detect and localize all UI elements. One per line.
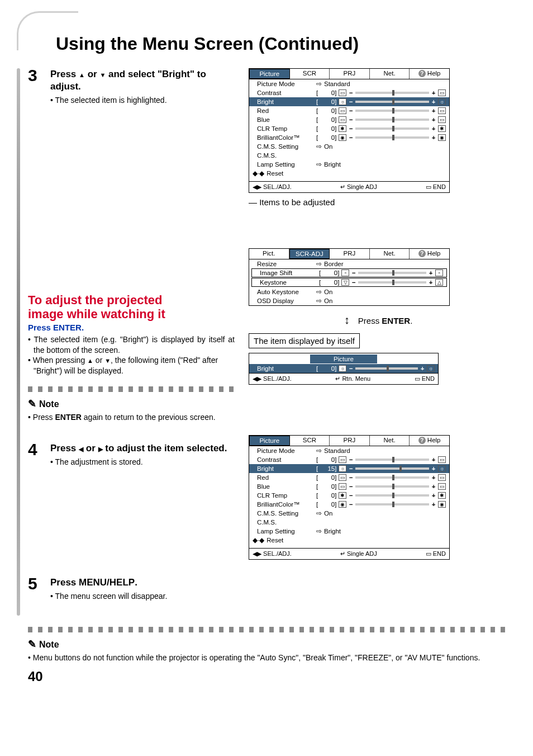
tab3-picture[interactable]: Picture bbox=[249, 436, 290, 446]
single-bright-row[interactable]: Bright [0] ☼−+☼ bbox=[249, 364, 438, 373]
num-clr_temp: 0 bbox=[318, 125, 335, 132]
bright-right-icon: ☼ bbox=[427, 365, 435, 372]
note-label-1: Note bbox=[28, 398, 235, 410]
num-blue: 0 bbox=[318, 116, 335, 123]
brilliant-left-icon: ◉ bbox=[339, 134, 346, 141]
m3-row-reset[interactable]: Reset bbox=[249, 536, 449, 545]
tab2-pict[interactable]: Pict. bbox=[249, 249, 289, 259]
tab2-help[interactable]: Help bbox=[410, 249, 449, 259]
row-lamp[interactable]: Lamp Setting Bright bbox=[249, 160, 449, 169]
down-triangle-icon bbox=[99, 69, 106, 79]
bright-left-icon: ☼ bbox=[339, 465, 346, 472]
brilliant-right-icon: ◉ bbox=[438, 501, 446, 508]
row-brilliant[interactable]: BrilliantColor™[0]◉−+◉ bbox=[249, 500, 449, 509]
row-red[interactable]: Red[0]▭−+▭ bbox=[249, 473, 449, 482]
lbl-reset: Reset bbox=[266, 170, 283, 177]
red-b2: When pressing or , the following item ("… bbox=[28, 355, 235, 376]
page-title: Using the Menu Screen (Continued) bbox=[56, 34, 505, 54]
brilliant-left-icon: ◉ bbox=[339, 501, 346, 508]
contrast-right-icon: ▭ bbox=[438, 89, 446, 96]
row-blue[interactable]: Blue[0]▭−+▭ bbox=[249, 482, 449, 491]
tab3-prj[interactable]: PRJ bbox=[330, 436, 370, 446]
lbl-red: Red bbox=[253, 474, 314, 481]
row-clr_temp[interactable]: CLR Temp[0]✱−+✱ bbox=[249, 491, 449, 500]
tab3-net[interactable]: Net. bbox=[370, 436, 410, 446]
tab2-net[interactable]: Net. bbox=[370, 249, 410, 259]
bot-end: END bbox=[426, 183, 446, 191]
row-keystone[interactable]: Keystone [0] ▽−+△ bbox=[251, 278, 447, 287]
num-bright: 15 bbox=[318, 465, 335, 472]
row-brilliant[interactable]: BrilliantColor™[0]◉−+◉ bbox=[249, 133, 449, 142]
lbl-clr_temp: CLR Temp bbox=[253, 492, 314, 499]
tab-help[interactable]: Help bbox=[410, 69, 449, 79]
row-resize[interactable]: Resize Border bbox=[249, 259, 449, 268]
s5key: MENU/HELP bbox=[79, 577, 135, 588]
down-triangle-icon2 bbox=[104, 356, 111, 365]
val-osd: On bbox=[324, 297, 332, 304]
menu-panel-2: Pict. SCR-ADJ PRJ Net. Help Resize Borde… bbox=[249, 248, 450, 306]
red-right-icon: ▭ bbox=[438, 107, 446, 114]
val-ak: On bbox=[324, 289, 332, 295]
row-picture-mode[interactable]: Picture Mode Standard bbox=[249, 79, 449, 88]
bottom-note-block: Note Menu buttons do not function while … bbox=[28, 627, 505, 663]
lbl-cms: C.M.S. bbox=[253, 152, 314, 159]
pe-key: ENTER bbox=[53, 323, 82, 332]
m3-row-cms[interactable]: C.M.S. bbox=[249, 518, 449, 527]
row-reset[interactable]: Reset bbox=[249, 169, 449, 178]
row-osd[interactable]: OSD Display On bbox=[249, 296, 449, 305]
bright-right-icon: ☼ bbox=[438, 465, 446, 472]
m3-val-pm: Standard bbox=[324, 447, 350, 454]
step-number-3: 3 bbox=[28, 66, 37, 85]
left-triangle-icon bbox=[79, 443, 83, 453]
menu-panel-1: Picture SCR PRJ Net. Help Picture Mode S… bbox=[249, 68, 450, 193]
row-red[interactable]: Red[0]▭−+▭ bbox=[249, 106, 449, 115]
num-red: 0 bbox=[318, 474, 335, 481]
pointer-icon bbox=[316, 527, 322, 535]
step-number-5: 5 bbox=[28, 574, 37, 593]
tab-prj[interactable]: PRJ bbox=[330, 69, 370, 79]
lbl-brilliant: BrilliantColor™ bbox=[253, 501, 314, 508]
m3-lbl-cmss: C.M.S. Setting bbox=[253, 510, 314, 517]
side-tab-edge bbox=[17, 68, 20, 616]
b2pre: When pressing bbox=[33, 356, 87, 365]
step3-head-pre: Press bbox=[50, 69, 79, 79]
red-heading-1: To adjust the projected bbox=[28, 293, 235, 307]
lbl-red: Red bbox=[253, 107, 314, 114]
row-contrast[interactable]: Contrast[0]▭−+▭ bbox=[249, 88, 449, 97]
row-cms-setting[interactable]: C.M.S. Setting On bbox=[249, 142, 449, 151]
tab3-help[interactable]: Help bbox=[410, 436, 449, 446]
menu3-tabs: Picture SCR PRJ Net. Help bbox=[249, 436, 449, 446]
up-triangle-icon bbox=[79, 69, 85, 79]
row-clr_temp[interactable]: CLR Temp[0]✱−+✱ bbox=[249, 124, 449, 133]
pointer-icon bbox=[316, 288, 322, 296]
row-imageshift[interactable]: Image Shift [0] ▫−+▫ bbox=[251, 268, 447, 277]
row-contrast[interactable]: Contrast[0]▭−+▭ bbox=[249, 455, 449, 464]
single-item-panel: Picture Bright [0] ☼−+☼ SEL./ADJ. Rtn. M… bbox=[249, 353, 439, 385]
brilliant-right-icon: ◉ bbox=[438, 134, 446, 141]
m3-row-pm[interactable]: Picture Mode Standard bbox=[249, 446, 449, 455]
tab2-scradj[interactable]: SCR-ADJ bbox=[289, 249, 330, 259]
row-bright[interactable]: Bright[15]☼−+☼ bbox=[249, 464, 449, 473]
lbl-pm: Picture Mode bbox=[253, 81, 314, 87]
pe2key: ENTER bbox=[382, 316, 410, 325]
lbl-clr_temp: CLR Temp bbox=[253, 125, 314, 132]
tab3-scr[interactable]: SCR bbox=[290, 436, 330, 446]
row-blue[interactable]: Blue[0]▭−+▭ bbox=[249, 115, 449, 124]
m3-row-lamp[interactable]: Lamp Setting Bright bbox=[249, 527, 449, 536]
row-bright[interactable]: Bright[0]☼−+☼ bbox=[249, 97, 449, 106]
clr_temp-left-icon: ✱ bbox=[339, 125, 346, 132]
row-cms[interactable]: C.M.S. bbox=[249, 151, 449, 160]
lbl-is: Image Shift bbox=[255, 270, 317, 276]
lbl-contrast: Contrast bbox=[253, 89, 314, 96]
tab-picture[interactable]: Picture bbox=[249, 69, 290, 79]
tab-scr[interactable]: SCR bbox=[290, 69, 330, 79]
m3-row-cmss[interactable]: C.M.S. Setting On bbox=[249, 509, 449, 518]
step-5: 5 Press MENU/HELP. The menu screen will … bbox=[28, 577, 235, 602]
lbl-bright: Bright bbox=[253, 465, 314, 472]
clr_temp-right-icon: ✱ bbox=[438, 125, 446, 132]
step3-heading: Press or and select "Bright" to adjust. bbox=[50, 68, 235, 93]
up-triangle-icon2 bbox=[87, 356, 93, 365]
row-autokeystone[interactable]: Auto Keystone On bbox=[249, 287, 449, 296]
tab2-prj[interactable]: PRJ bbox=[330, 249, 370, 259]
tab-net[interactable]: Net. bbox=[370, 69, 410, 79]
